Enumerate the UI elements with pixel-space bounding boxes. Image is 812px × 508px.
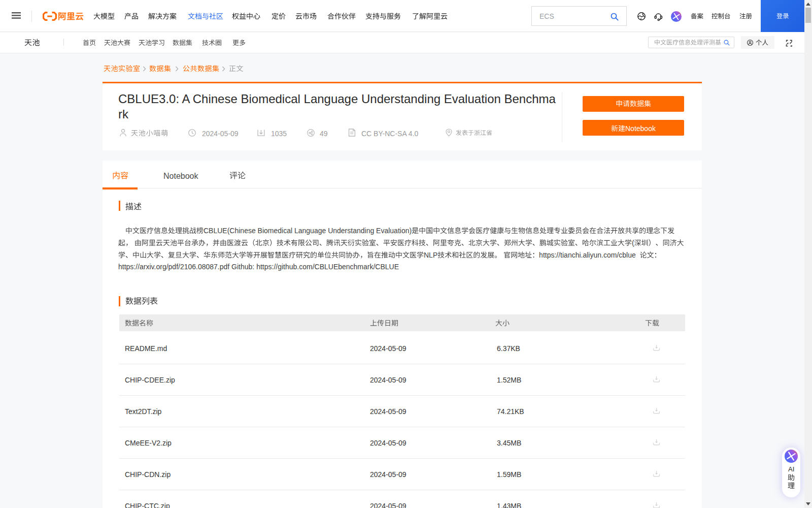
svg-text:https://tianchi.aliyun.com/cbl: https://tianchi.aliyun.com/cblue (539, 251, 636, 259)
svg-text:NLP: NLP (424, 251, 437, 259)
svg-text:Notebook: Notebook (625, 124, 656, 133)
svg-text:CBLUE(Chinese Biomedical Langu: CBLUE(Chinese Biomedical Language Unders… (204, 227, 412, 235)
svg-text:(: ( (632, 239, 634, 247)
